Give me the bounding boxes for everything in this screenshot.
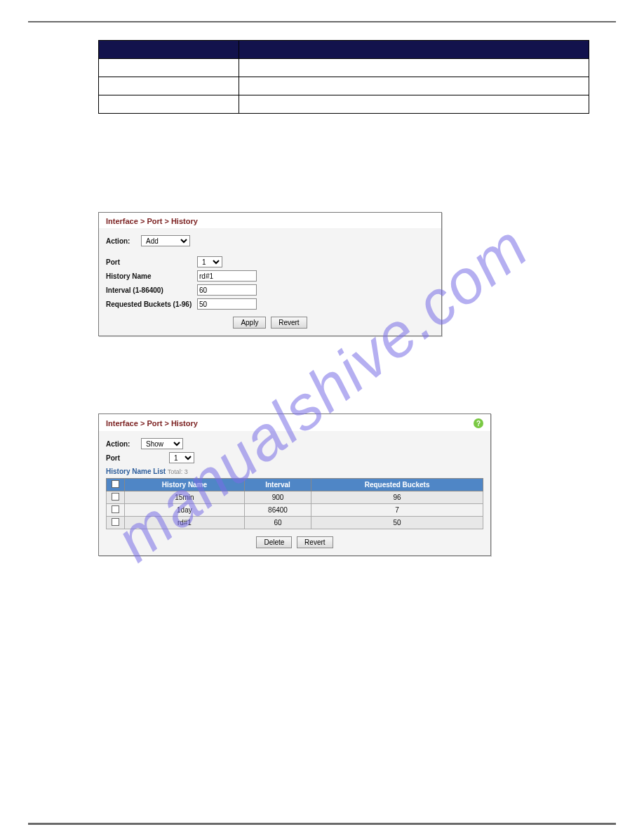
cell-name: 1day (125, 504, 245, 517)
param-cell (99, 59, 239, 77)
table-row (99, 59, 589, 77)
interval-label: Interval (1-86400) (106, 286, 197, 294)
cell-interval: 900 (244, 491, 311, 504)
cell-buckets: 50 (311, 517, 483, 529)
parameter-table (98, 40, 589, 114)
cell-name: 15min (125, 491, 245, 504)
action-select[interactable]: Add (141, 235, 190, 246)
breadcrumb: Interface > Port > History (106, 217, 198, 225)
action-select[interactable]: Show (141, 438, 183, 449)
buckets-label: Requested Buckets (1-96) (106, 300, 197, 308)
list-title: History Name List (106, 468, 166, 475)
table-row: 1day 86400 7 (107, 504, 483, 517)
history-list-table: History Name Interval Requested Buckets … (106, 478, 483, 529)
apply-button[interactable]: Apply (233, 317, 266, 329)
cell-buckets: 96 (311, 491, 483, 504)
desc-cell (239, 59, 589, 77)
desc-cell (239, 77, 589, 95)
cell-buckets: 7 (311, 504, 483, 517)
row-checkbox[interactable] (112, 518, 119, 526)
cell-interval: 86400 (244, 504, 311, 517)
port-select[interactable]: 1 (197, 256, 222, 267)
col-interval: Interval (244, 479, 311, 491)
delete-button[interactable]: Delete (256, 536, 292, 548)
list-total: Total: 3 (168, 468, 188, 475)
revert-button[interactable]: Revert (297, 536, 333, 548)
port-label: Port (106, 258, 197, 266)
col-history-name: History Name (125, 479, 245, 491)
buckets-input[interactable] (197, 298, 257, 310)
bottom-rule (28, 823, 616, 825)
table-row (99, 77, 589, 95)
col-buckets: Requested Buckets (311, 479, 483, 491)
action-label: Action: (106, 440, 141, 448)
breadcrumb: Interface > Port > History (106, 419, 198, 428)
help-icon[interactable]: ? (474, 418, 483, 428)
param-cell (99, 95, 239, 114)
top-rule (28, 21, 616, 22)
cell-name: rd#1 (125, 517, 245, 529)
history-name-label: History Name (106, 272, 197, 280)
port-label: Port (106, 454, 169, 462)
checkbox-header (107, 479, 125, 491)
history-name-input[interactable] (197, 270, 257, 282)
revert-button[interactable]: Revert (271, 317, 307, 329)
cell-interval: 60 (244, 517, 311, 529)
action-label: Action: (106, 237, 141, 245)
param-cell (99, 77, 239, 95)
history-add-panel: Interface > Port > History Action: Add P… (98, 212, 442, 336)
port-select[interactable]: 1 (169, 452, 194, 463)
row-checkbox[interactable] (112, 493, 119, 501)
select-all-checkbox[interactable] (112, 480, 119, 488)
history-show-panel: Interface > Port > History ? Action: Sho… (98, 413, 491, 556)
desc-cell (239, 95, 589, 114)
row-checkbox[interactable] (112, 505, 119, 513)
param-header (99, 41, 239, 59)
table-row (99, 95, 589, 114)
table-row: 15min 900 96 (107, 491, 483, 504)
desc-header (239, 41, 589, 59)
table-row: rd#1 60 50 (107, 517, 483, 529)
interval-input[interactable] (197, 284, 257, 296)
